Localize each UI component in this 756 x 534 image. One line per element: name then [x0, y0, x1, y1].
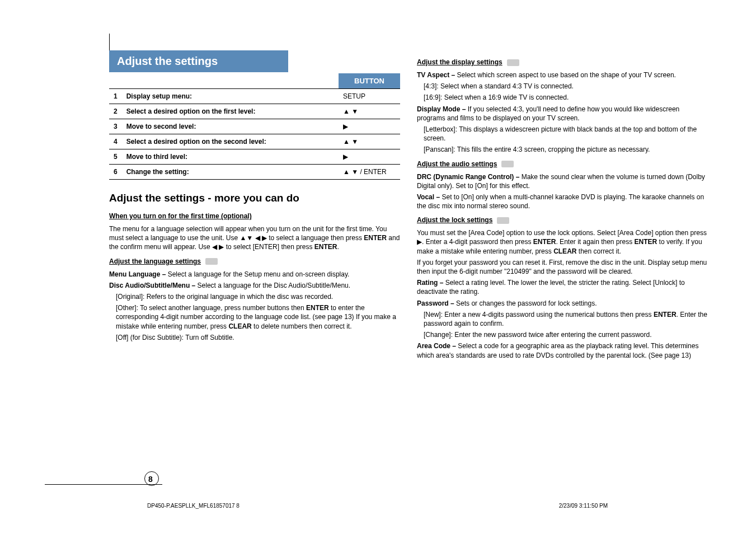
aspect-169: [16:9]: Select when a 16:9 wide TV is co… [424, 93, 708, 102]
first-time-heading: When you turn on for the first time (opt… [109, 212, 252, 220]
disc-audio-para: Disc Audio/Subtitle/Menu – Select a lang… [109, 281, 400, 290]
audio-settings-heading: Adjust the audio settings [417, 160, 497, 168]
label: Area Code – [417, 342, 458, 350]
change-password-option: [Change]: Enter the new password twice a… [424, 330, 708, 339]
step-number: 6 [109, 165, 122, 180]
step-button: ▲ ▼ [339, 134, 400, 149]
disc-icon [205, 258, 218, 265]
label: DRC (Dynamic Range Control) – [417, 173, 522, 181]
table-row: 5 Move to third level: ▶ [109, 149, 400, 165]
tv-aspect-para: TV Aspect – Select which screen aspect t… [417, 71, 708, 79]
clear-key: CLEAR [228, 322, 251, 330]
aspect-43: [4:3]: Select when a standard 4:3 TV is … [424, 82, 708, 91]
label: TV Aspect – [417, 71, 457, 79]
clear-key: CLEAR [553, 247, 576, 255]
table-blank-header [109, 73, 339, 89]
enter-key: ENTER [635, 238, 658, 246]
text: Select a code for a geographic area as t… [417, 342, 698, 359]
text: [New]: Enter a new 4-digits password usi… [424, 311, 654, 318]
rating-para: Rating – Select a rating level. The lowe… [417, 278, 708, 296]
letterbox-option: [Letterbox]: This displays a widescreen … [424, 125, 708, 143]
footer-timestamp: 2/23/09 3:11:50 PM [559, 503, 608, 509]
steps-table: BUTTON 1 Display setup menu: SETUP 2 Sel… [109, 73, 400, 180]
text: Sets or changes the password for lock se… [456, 299, 597, 307]
lock-settings-heading: Adjust the lock settings [417, 216, 492, 224]
step-number: 1 [109, 89, 122, 104]
more-section-title: Adjust the settings - more you can do [109, 192, 400, 204]
step-number: 3 [109, 119, 122, 134]
footer-filename: DP450-P.AESPLLK_MFL61857017 8 [147, 503, 240, 509]
display-settings-heading: Adjust the display settings [417, 58, 503, 66]
label: Menu Language – [109, 270, 168, 278]
enter-key: ENTER [314, 243, 337, 251]
step-text: Select a desired option on the first lev… [122, 104, 339, 119]
right-column: Adjust the display settings TV Aspect – … [417, 50, 708, 362]
step-number: 2 [109, 104, 122, 119]
table-row: 6 Change the setting: ▲ ▼ / ENTER [109, 165, 400, 180]
text: . Enter it again then press [556, 238, 634, 246]
other-option: [Other]: To select another language, pre… [116, 303, 400, 331]
table-row: 4 Select a desired option on the second … [109, 134, 400, 149]
step-text: Move to second level: [122, 119, 339, 134]
new-password-option: [New]: Enter a new 4-digits password usi… [424, 310, 708, 328]
panscan-option: [Panscan]: This fills the entire 4:3 scr… [424, 145, 708, 154]
label: Password – [417, 299, 456, 307]
text: Select which screen aspect to use based … [457, 71, 676, 79]
menu-language-para: Menu Language – Select a language for th… [109, 270, 400, 279]
drc-para: DRC (Dynamic Range Control) – Make the s… [417, 172, 708, 190]
display-mode-para: Display Mode – If you selected 4:3, you'… [417, 105, 708, 123]
text: Set to [On] only when a multi-channel ka… [417, 193, 704, 210]
label: Disc Audio/Subtitle/Menu – [109, 282, 198, 289]
step-button: ▶ [339, 119, 400, 134]
enter-key: ENTER [654, 311, 677, 318]
lock-intro-para: You must set the [Area Code] option to u… [417, 228, 708, 256]
text: Select a language for the Setup menu and… [168, 270, 350, 278]
area-code-para: Area Code – Select a code for a geograph… [417, 341, 708, 359]
step-button: SETUP [339, 89, 400, 104]
page-content: Adjust the settings BUTTON 1 Display set… [109, 50, 756, 362]
footer-rule [45, 484, 162, 485]
table-row: 2 Select a desired option on the first l… [109, 104, 400, 119]
step-number: 4 [109, 134, 122, 149]
step-button: ▲ ▼ / ENTER [339, 165, 400, 180]
language-settings-heading: Adjust the language settings [109, 257, 201, 265]
enter-key: ENTER [364, 234, 387, 242]
disc-icon [507, 59, 519, 66]
text: [Other]: To select another language, pre… [116, 304, 306, 312]
step-text: Change the setting: [122, 165, 339, 180]
page-number: 8 [148, 475, 153, 484]
enter-key: ENTER [306, 304, 329, 312]
page-title-band: Adjust the settings [109, 50, 288, 72]
label: Vocal – [417, 193, 442, 201]
forgot-password-para: If you forget your password you can rese… [417, 258, 708, 276]
text: Select a language for the Disc Audio/Sub… [198, 282, 351, 289]
step-text: Select a desired option on the second le… [122, 134, 339, 149]
text: . [337, 243, 339, 251]
step-button: ▲ ▼ [339, 104, 400, 119]
step-number: 5 [109, 149, 122, 165]
text: The menu for a language selection will a… [109, 225, 387, 242]
left-column: Adjust the settings BUTTON 1 Display set… [109, 50, 400, 362]
disc-icon [501, 161, 514, 167]
original-option: [Original]: Refers to the original langu… [116, 292, 400, 301]
text: to delete numbers then correct it. [252, 322, 352, 330]
vocal-para: Vocal – Set to [On] only when a multi-ch… [417, 193, 708, 210]
text: Select a rating level. The lower the lev… [417, 279, 685, 296]
label: Display Mode – [417, 105, 468, 113]
first-time-paragraph: The menu for a language selection will a… [109, 224, 400, 252]
off-option: [Off] (for Disc Subtitle): Turn off Subt… [116, 333, 400, 342]
label: Rating – [417, 279, 445, 287]
step-button: ▶ [339, 149, 400, 165]
table-row: 3 Move to second level: ▶ [109, 119, 400, 134]
table-row: 1 Display setup menu: SETUP [109, 89, 400, 104]
enter-key: ENTER [533, 238, 556, 246]
step-text: Display setup menu: [122, 89, 339, 104]
disc-icon [497, 217, 509, 224]
text: then correct it. [576, 247, 621, 255]
step-text: Move to third level: [122, 149, 339, 165]
button-column-header: BUTTON [339, 73, 400, 89]
password-para: Password – Sets or changes the password … [417, 299, 708, 308]
